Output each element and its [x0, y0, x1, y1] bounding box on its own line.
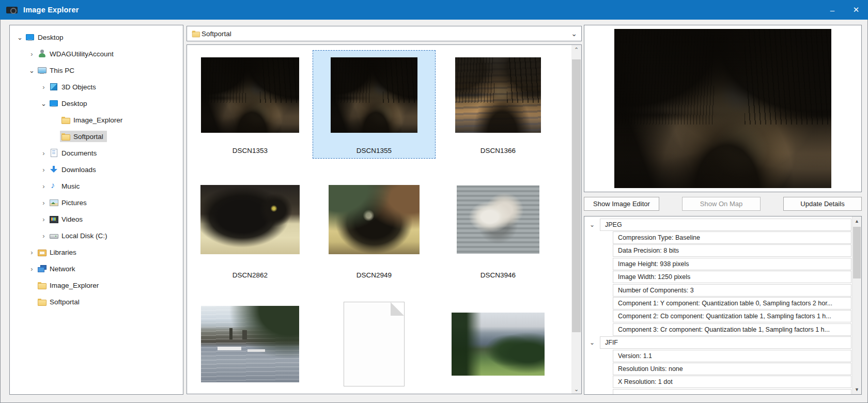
scrollbar-thumb[interactable]: [853, 227, 861, 278]
thumbnail-dscn1355[interactable]: DSCN1355: [313, 50, 436, 159]
metadata-row-version[interactable]: Version: 1.1: [584, 349, 852, 362]
tree-item-downloads[interactable]: ›Downloads: [10, 161, 183, 178]
thumbnail-image-wrap: [313, 300, 435, 389]
thumbnail-file[interactable]: [313, 299, 436, 394]
tree-item-target[interactable]: Desktop: [48, 98, 91, 109]
tree-item-desktop[interactable]: ⌄Desktop: [10, 95, 183, 112]
tree-item-target[interactable]: Downloads: [48, 164, 100, 175]
metadata-row-component-1[interactable]: Component 1: Y component: Quantization t…: [584, 297, 852, 309]
scrollbar-thumb[interactable]: [572, 59, 581, 332]
metadata-row-component-3[interactable]: Component 3: Cr component: Quantization …: [584, 323, 852, 336]
tree-item-target[interactable]: Network: [36, 263, 79, 274]
chevron-collapsed-icon[interactable]: ›: [39, 182, 48, 190]
metadata-row-compression-type[interactable]: Compression Type: Baseline: [584, 231, 852, 244]
metadata-row-image-width[interactable]: Image Width: 1250 pixels: [584, 271, 852, 284]
tree-item-target[interactable]: Softportal: [36, 296, 83, 307]
chevron-collapsed-icon[interactable]: ›: [39, 149, 48, 157]
chevron-collapsed-icon[interactable]: ›: [27, 265, 36, 273]
tree-item-label: Softportal: [50, 298, 80, 306]
metadata-row-partial[interactable]: [584, 389, 852, 395]
tree-item-music[interactable]: ›Music: [10, 178, 183, 194]
scroll-down-icon[interactable]: ▼: [853, 385, 861, 394]
metadata-row-jpeg[interactable]: ⌄JPEG: [584, 218, 852, 231]
thumbnail-dscn1366[interactable]: DSCN1366: [437, 50, 560, 159]
metadata-row-component-2[interactable]: Component 2: Cb component: Quantization …: [584, 310, 852, 323]
tree-item-image-explorer[interactable]: Image_Explorer: [10, 112, 183, 128]
chevron-expanded-icon[interactable]: ⌄: [584, 221, 600, 228]
metadata-cell-label: Number of Components: 3: [613, 284, 851, 297]
chevron-collapsed-icon[interactable]: ›: [27, 50, 36, 58]
tree-item-pictures[interactable]: ›Pictures: [10, 194, 183, 211]
tree-item-target[interactable]: Libraries: [36, 246, 80, 258]
chevron-collapsed-icon[interactable]: ›: [39, 166, 48, 174]
chevron-collapsed-icon[interactable]: ›: [39, 199, 48, 207]
tree-item-label: Music: [61, 182, 80, 190]
tree-item-local-disk-c[interactable]: ›Local Disk (C:): [10, 227, 183, 244]
thumbnail-dscn3946[interactable]: DSCN3946: [437, 175, 560, 283]
thumbnail-bridge[interactable]: [189, 299, 312, 394]
metadata-scrollbar[interactable]: ▲ ▼: [852, 216, 861, 394]
scroll-up-icon[interactable]: ▲: [853, 216, 861, 226]
chevron-expanded-icon[interactable]: ⌄: [39, 100, 48, 107]
chevron-expanded-icon[interactable]: ⌄: [584, 339, 600, 346]
tree-item-target[interactable]: 3D Objects: [48, 81, 100, 92]
chevron-collapsed-icon[interactable]: ›: [39, 215, 48, 223]
metadata-row-jfif[interactable]: ⌄JFIF: [584, 336, 852, 349]
chevron-expanded-icon[interactable]: ⌄: [27, 67, 36, 74]
tree-item-target[interactable]: Pictures: [48, 197, 90, 208]
scroll-up-icon[interactable]: ⌃: [571, 45, 581, 54]
thumbnail-dscn1353[interactable]: DSCN1353: [189, 50, 312, 159]
chevron-collapsed-icon[interactable]: ›: [27, 249, 36, 256]
tree-item-label: Documents: [61, 149, 97, 157]
thumbnail-image-wrap: [313, 51, 435, 140]
thumbnail-dscn2949[interactable]: DSCN2949: [313, 175, 436, 283]
tree-item-target[interactable]: Videos: [48, 213, 86, 225]
update-details-button[interactable]: Update Details: [783, 197, 862, 211]
tree-item-softportal[interactable]: Softportal: [10, 128, 183, 145]
thumbnail-label: DSCN1366: [437, 147, 559, 154]
tree-item-libraries[interactable]: ›Libraries: [10, 244, 183, 260]
tree-item-desktop[interactable]: ⌄Desktop: [10, 29, 183, 45]
minimize-button[interactable]: –: [820, 0, 844, 20]
thumbnail-label: DSCN2949: [313, 271, 435, 279]
metadata-row-x-resolution[interactable]: X Resolution: 1 dot: [584, 376, 852, 389]
scroll-down-icon[interactable]: ⌄: [571, 384, 581, 394]
tree-item-target[interactable]: Local Disk (C:): [48, 230, 111, 241]
docs-icon: [49, 149, 58, 157]
chevron-collapsed-icon[interactable]: ›: [39, 232, 48, 240]
tree-item-softportal[interactable]: Softportal: [10, 293, 183, 310]
metadata-row-number-of-components[interactable]: Number of Components: 3: [584, 284, 852, 297]
tree-item-target[interactable]: WDAGUtilityAccount: [36, 48, 117, 59]
preview-panel: [584, 25, 862, 192]
titlebar[interactable]: Image Explorer – ✕: [0, 0, 868, 20]
metadata-row-resolution-units[interactable]: Resolution Units: none: [584, 362, 852, 375]
metadata-row-image-height[interactable]: Image Height: 938 pixels: [584, 257, 852, 270]
tree-item-videos[interactable]: ›Videos: [10, 211, 183, 227]
metadata-row-data-precision[interactable]: Data Precision: 8 bits: [584, 244, 852, 257]
folder-combobox[interactable]: Softportal ⌄: [187, 26, 582, 41]
tree-item-target[interactable]: This PC: [36, 65, 78, 76]
camera-app-icon: [6, 6, 18, 14]
sunset2-photo-thumbnail: [331, 57, 417, 133]
show-image-editor-button[interactable]: Show Image Editor: [584, 197, 659, 211]
thumbnail-scrollbar[interactable]: ⌃ ⌄: [571, 45, 581, 394]
tree-item-3d-objects[interactable]: ›3D Objects: [10, 79, 183, 95]
tree-item-documents[interactable]: ›Documents: [10, 145, 183, 161]
thumbnail-mountain[interactable]: [437, 299, 560, 394]
chevron-collapsed-icon[interactable]: ›: [39, 83, 48, 91]
tree-item-network[interactable]: ›Network: [10, 260, 183, 277]
chevron-expanded-icon[interactable]: ⌄: [16, 34, 24, 41]
tree-item-target[interactable]: Music: [48, 180, 83, 192]
thumbnail-dscn2862[interactable]: DSCN2862: [189, 175, 312, 283]
tree-item-image-explorer[interactable]: Image_Explorer: [10, 277, 183, 293]
tree-item-wdagutilityaccount[interactable]: ›WDAGUtilityAccount: [10, 45, 183, 62]
tree-item-target[interactable]: Documents: [48, 147, 100, 159]
tree-item-target[interactable]: Image_Explorer: [60, 114, 126, 126]
tree-item-this-pc[interactable]: ⌄This PC: [10, 62, 183, 79]
tree-item-target[interactable]: Desktop: [24, 32, 67, 43]
thumbnail-image-wrap: [313, 175, 435, 264]
metadata-cell-label: Component 1: Y component: Quantization t…: [613, 297, 851, 309]
tree-item-target[interactable]: Image_Explorer: [36, 280, 102, 291]
close-button[interactable]: ✕: [844, 0, 868, 20]
tree-item-target[interactable]: Softportal: [60, 131, 107, 142]
